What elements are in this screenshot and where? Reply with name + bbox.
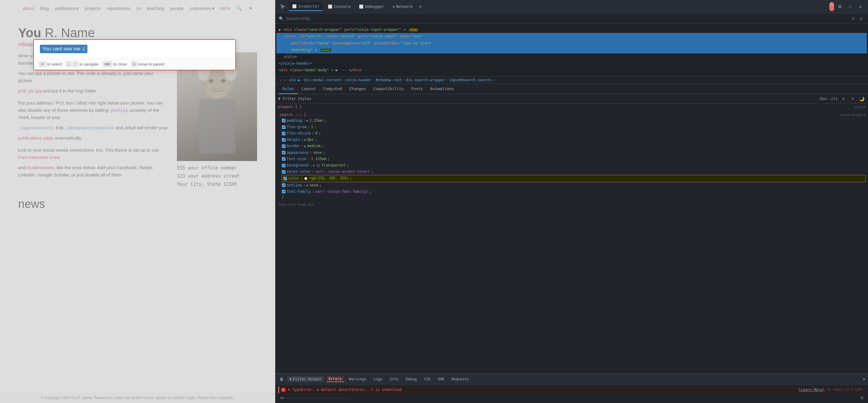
html-line-1[interactable]: ▶ <div class="search-wrapper" part="ninj… xyxy=(276,26,867,33)
css-checkbox-flex-grow[interactable] xyxy=(282,125,285,129)
breadcrumb-left-arrow[interactable]: ‹ xyxy=(280,78,282,82)
error-expand-btn[interactable]: ▶ xyxy=(288,388,290,391)
console-tab-warnings[interactable]: Warnings xyxy=(347,376,369,382)
css-checkbox-appearance[interactable] xyxy=(282,151,285,155)
filter-icon: ▼ xyxy=(278,97,280,101)
css-prop-margin: margin : ▶ 0px ; xyxy=(282,137,866,143)
tab-debugger-label: Debugger xyxy=(365,4,384,9)
breadcrumb-shadow-root[interactable]: #shadow-root xyxy=(376,78,402,82)
console-settings-btn[interactable]: ⚙ xyxy=(863,377,865,381)
dark-theme-btn[interactable]: 🌙 xyxy=(858,96,865,102)
pseudo-filter-hov[interactable]: :hov .cls xyxy=(818,97,838,101)
debugger-icon: ⬜ xyxy=(359,4,364,9)
html-tree: ▶ <div class="search-wrapper" part="ninj… xyxy=(275,24,868,76)
breadcrumb-modal-content[interactable]: div.modal-content xyxy=(304,78,341,82)
tab-console[interactable]: ⬜ Console xyxy=(324,2,354,10)
search-input-area[interactable]: You cant see me :( xyxy=(34,40,235,58)
search-hint-bar: ↵ to select ↓ ↑ to navigate esc to close… xyxy=(34,58,235,70)
devtools-settings-btn[interactable]: ⋯ xyxy=(846,2,855,11)
breadcrumb-ole[interactable]: ole ▶ xyxy=(289,78,300,82)
devtools-panel: ⬜ Inspector ⬜ Console ⬜ Debugger ⇅ Netwo… xyxy=(275,0,868,403)
key-down-icon: ↓ xyxy=(66,61,71,67)
css-checkbox-color[interactable] xyxy=(283,177,287,180)
css-checkbox-font-size[interactable] xyxy=(282,157,285,161)
html-line-5[interactable]: </div> xyxy=(276,54,867,60)
key-enter-icon: ↵ xyxy=(39,61,46,67)
tab-layout[interactable]: Layout xyxy=(298,84,319,94)
breadcrumb-right-arrow[interactable]: › xyxy=(284,78,286,82)
filter-styles-label[interactable]: Filter Styles xyxy=(283,97,816,101)
css-checkbox-flex-shrink[interactable] xyxy=(282,132,285,135)
console-clear-btn[interactable]: 🗑 xyxy=(278,376,285,382)
css-prop-caret-color: caret-color : var(--ninja-accent-color) … xyxy=(282,169,866,175)
css-rule-search: .search ::: { constructed:6 padding : ▶ … xyxy=(278,113,866,199)
console-copy-btn[interactable]: ⎘ xyxy=(861,396,863,400)
console-panel: 🗑 ▼ Filter Output Errors Warnings Logs I… xyxy=(275,373,868,403)
breadcrumb-search-wrapper[interactable]: div.search-wrapper xyxy=(406,78,445,82)
devtools-responsive-btn[interactable]: ⧉ xyxy=(835,2,844,11)
tab-console-label: Console xyxy=(334,4,350,9)
tab-network[interactable]: ⇅ Network xyxy=(389,2,416,10)
breadcrumb-input-search[interactable]: input#search.search xyxy=(449,78,491,82)
tab-inspector-label: Inspector xyxy=(298,4,319,8)
console-tab-css[interactable]: CSS xyxy=(422,376,433,382)
html-line-4[interactable]: searching" > event xyxy=(276,46,867,53)
css-selector-element: element { } xyxy=(278,105,302,109)
tab-compatibility[interactable]: Compatibility xyxy=(370,84,408,94)
console-tab-requests[interactable]: Requests xyxy=(449,376,471,382)
tab-rules[interactable]: Rules xyxy=(279,84,298,94)
css-checkbox-margin[interactable] xyxy=(282,138,285,142)
devtools-header: ⬜ Inspector ⬜ Console ⬜ Debugger ⇅ Netwo… xyxy=(275,0,868,13)
color-swatch-white[interactable] xyxy=(304,177,307,180)
search-modal[interactable]: You cant see me :( ↵ to select ↓ ↑ to na… xyxy=(33,39,236,70)
tab-fonts[interactable]: Fonts xyxy=(407,84,427,94)
tab-inspector[interactable]: ⬜ Inspector xyxy=(288,2,323,11)
devtools-close-btn[interactable]: ✕ xyxy=(856,2,865,11)
html-line-6[interactable]: </ninja-header> xyxy=(276,60,867,67)
prompt-input-area[interactable] xyxy=(286,398,347,398)
error-source[interactable]: h1-check.js:1:1301 xyxy=(827,388,863,392)
filter-styles-bar: ▼ Filter Styles :hov .cls + ☀ 🌙 xyxy=(275,94,868,104)
tab-changes[interactable]: Changes xyxy=(346,84,370,94)
console-tab-logs[interactable]: Logs xyxy=(371,376,385,382)
inspector-icon: ⬜ xyxy=(292,4,297,8)
search-html-add-btn[interactable]: + xyxy=(850,15,857,22)
add-style-btn[interactable]: + xyxy=(840,96,847,102)
background-swatch[interactable] xyxy=(317,164,320,167)
css-rules: element { } inline .search ::: { constru… xyxy=(275,104,868,373)
css-checkbox-outline[interactable] xyxy=(282,183,285,187)
hint-parent: ⎋ move to parent xyxy=(131,61,164,67)
devtools-more-tabs[interactable]: » xyxy=(419,4,422,9)
console-prompt: >> ⎘ xyxy=(278,395,865,401)
console-tab-errors[interactable]: Errors xyxy=(326,376,344,382)
css-prop-flex-shrink: flex-shrink : 0 ; xyxy=(282,130,866,137)
css-prop-font-family: font-family : var(--ninja-font-family) ; xyxy=(282,189,866,195)
css-checkbox-font-family[interactable] xyxy=(282,190,285,193)
console-tab-xhr[interactable]: XHR xyxy=(435,376,447,382)
breadcrumb-end-arrow[interactable]: › xyxy=(492,78,494,82)
devtools-pick-element-btn[interactable] xyxy=(278,2,287,11)
hint-select-label: to select xyxy=(47,62,62,66)
console-tab-info[interactable]: Info xyxy=(388,376,401,382)
css-prop-color: color : rgb(255, 255, 255) ; xyxy=(282,175,866,182)
error-learn-more-link[interactable]: [Learn More] xyxy=(799,388,825,392)
css-checkbox-border[interactable] xyxy=(282,144,285,148)
console-filter-btn[interactable]: ▼ Filter Output xyxy=(287,376,324,382)
breadcrumb-ninja-header[interactable]: ninja-header xyxy=(345,78,372,82)
inherited-from-div: Inherited from div xyxy=(278,203,866,207)
search-html-input[interactable] xyxy=(286,16,847,21)
light-theme-btn[interactable]: ☀ xyxy=(849,96,856,102)
css-prop-background: background : ▶ transparent ; xyxy=(282,162,866,169)
tab-debugger[interactable]: ⬜ Debugger xyxy=(355,2,388,10)
html-line-3[interactable]: spellcheck="false" autocomplete="off" pl… xyxy=(276,40,867,46)
css-checkbox-padding[interactable] xyxy=(282,119,285,122)
console-tab-debug[interactable]: Debug xyxy=(403,376,419,382)
tab-computed[interactable]: Computed xyxy=(319,84,346,94)
html-line-2[interactable]: <input id="search" class="search" part="… xyxy=(276,33,867,40)
html-line-7[interactable]: <div class="modal-body" > ▶ ··· </div> xyxy=(276,67,867,73)
event-badge: event xyxy=(320,48,331,52)
css-checkbox-caret-color[interactable] xyxy=(282,170,285,174)
css-checkbox-background[interactable] xyxy=(282,164,285,167)
search-html-cancel-btn[interactable]: ✕ xyxy=(858,15,864,22)
tab-animations[interactable]: Animations xyxy=(427,84,457,94)
